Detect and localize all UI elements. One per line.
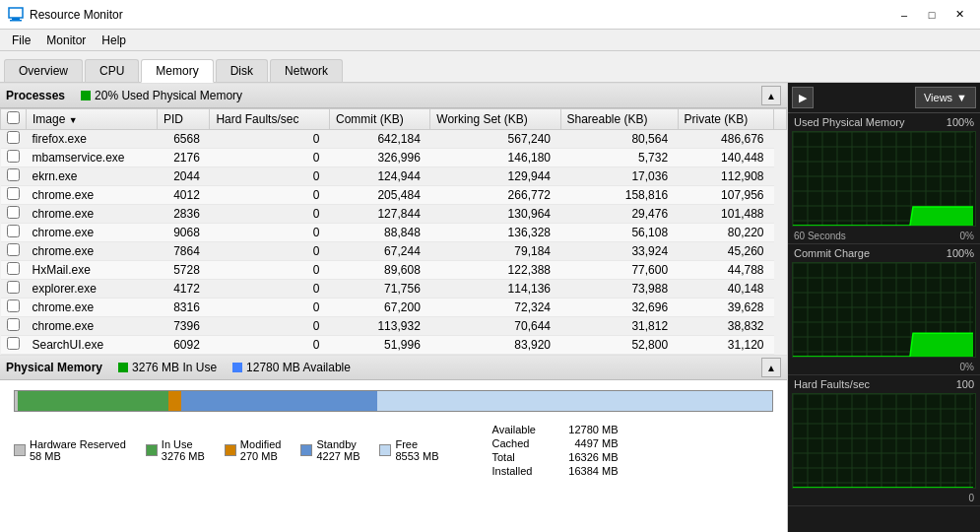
row-shareable: 52,800 — [560, 336, 678, 355]
standby-val: 4227 MB — [316, 450, 359, 462]
tab-cpu[interactable]: CPU — [85, 59, 139, 82]
legend-modified: Modified 270 MB — [225, 424, 282, 477]
col-private[interactable]: Private (KB) — [678, 109, 773, 130]
row-checkbox-cell[interactable] — [1, 280, 27, 299]
row-checkbox-cell[interactable] — [1, 130, 27, 149]
col-image[interactable]: Image ▼ — [27, 109, 158, 130]
col-commit[interactable]: Commit (KB) — [329, 109, 429, 130]
row-checkbox[interactable] — [7, 225, 20, 237]
row-checkbox-cell[interactable] — [1, 167, 27, 186]
memory-bar — [14, 390, 773, 412]
row-checkbox[interactable] — [7, 187, 20, 200]
in-use-legend-val: 3276 MB — [162, 450, 205, 462]
svg-rect-2 — [10, 20, 22, 22]
main-layout: Processes 20% Used Physical Memory ▲ Ima… — [0, 83, 980, 532]
menu-monitor[interactable]: Monitor — [38, 32, 94, 49]
row-working-set: 122,388 — [430, 261, 560, 280]
expand-button[interactable]: ▶ — [792, 87, 814, 108]
memory-in-use-info: 3276 MB In Use — [118, 361, 217, 374]
col-hard-faults[interactable]: Hard Faults/sec — [210, 109, 330, 130]
menu-help[interactable]: Help — [94, 32, 134, 49]
maximize-button[interactable]: □ — [919, 5, 945, 25]
row-checkbox[interactable] — [7, 206, 20, 219]
views-arrow-icon: ▼ — [956, 92, 967, 103]
installed-val: 16384 MB — [559, 465, 619, 477]
row-private: 101,488 — [678, 205, 773, 224]
row-checkbox-cell[interactable] — [1, 299, 27, 317]
views-button[interactable]: Views ▼ — [915, 87, 976, 108]
row-working-set: 79,184 — [430, 242, 560, 261]
row-image: chrome.exe — [27, 299, 158, 317]
row-working-set: 83,920 — [430, 336, 560, 355]
tab-disk[interactable]: Disk — [216, 59, 268, 82]
row-pid: 9068 — [157, 224, 210, 242]
row-checkbox[interactable] — [7, 131, 20, 144]
table-row: chrome.exe 9068 0 88,848 136,328 56,108 … — [1, 224, 787, 242]
titlebar: Resource Monitor – □ ✕ — [0, 0, 980, 30]
memory-collapse-button[interactable]: ▲ — [761, 358, 781, 377]
row-checkbox-cell[interactable] — [1, 336, 27, 355]
right-panel: ▶ Views ▼ Used Physical Memory 100% 60 S… — [788, 83, 980, 532]
chart2-canvas — [793, 263, 973, 357]
detail-col-labels: Available 12780 MB Cached 4497 MB Total … — [492, 424, 619, 477]
col-shareable[interactable]: Shareable (KB) — [560, 109, 678, 130]
processes-table-wrapper[interactable]: Image ▼ PID Hard Faults/sec Commit (KB) … — [0, 108, 787, 355]
select-all-checkbox[interactable] — [7, 111, 20, 124]
row-checkbox[interactable] — [7, 262, 20, 275]
tab-memory[interactable]: Memory — [141, 59, 213, 83]
row-working-set: 146,180 — [430, 149, 560, 167]
row-checkbox-cell[interactable] — [1, 186, 27, 205]
processes-usage-label: 20% Used Physical Memory — [95, 89, 242, 102]
memory-available-info: 12780 MB Available — [232, 361, 351, 374]
row-hard-faults: 0 — [210, 336, 330, 355]
row-commit: 88,848 — [329, 224, 429, 242]
available-indicator — [232, 363, 242, 372]
col-checkbox[interactable] — [1, 109, 27, 130]
in-use-legend-label: In Use — [162, 438, 205, 450]
row-private: 45,260 — [678, 242, 773, 261]
row-checkbox-cell[interactable] — [1, 261, 27, 280]
row-checkbox-cell[interactable] — [1, 224, 27, 242]
available-key: Available — [492, 424, 552, 435]
row-checkbox[interactable] — [7, 299, 20, 312]
row-checkbox-cell[interactable] — [1, 242, 27, 261]
row-checkbox[interactable] — [7, 318, 20, 331]
tab-network[interactable]: Network — [270, 59, 343, 82]
row-shareable: 80,564 — [560, 130, 678, 149]
col-working-set[interactable]: Working Set (KB) — [430, 109, 560, 130]
processes-section: Processes 20% Used Physical Memory ▲ Ima… — [0, 83, 787, 355]
row-image: chrome.exe — [27, 186, 158, 205]
hardware-reserved-label: Hardware Reserved — [30, 438, 126, 450]
row-checkbox[interactable] — [7, 168, 20, 181]
menu-file[interactable]: File — [4, 32, 38, 49]
row-checkbox[interactable] — [7, 337, 20, 350]
table-row: chrome.exe 4012 0 205,484 266,772 158,81… — [1, 186, 787, 205]
row-commit: 326,996 — [329, 149, 429, 167]
cached-key: Cached — [492, 437, 552, 449]
row-pid: 4012 — [157, 186, 210, 205]
row-checkbox-cell[interactable] — [1, 317, 27, 336]
row-checkbox[interactable] — [7, 150, 20, 163]
row-private: 112,908 — [678, 167, 773, 186]
processes-collapse-button[interactable]: ▲ — [761, 86, 781, 105]
free-val: 8553 MB — [395, 450, 438, 462]
col-pid[interactable]: PID — [157, 109, 210, 130]
tab-overview[interactable]: Overview — [4, 59, 83, 82]
row-checkbox-cell[interactable] — [1, 205, 27, 224]
close-button[interactable]: ✕ — [947, 5, 972, 25]
standby-label: Standby — [316, 438, 359, 450]
row-working-set: 130,964 — [430, 205, 560, 224]
minimize-button[interactable]: – — [891, 5, 917, 25]
chart1-bottom: 60 Seconds 0% — [788, 231, 980, 243]
in-use-box — [146, 444, 158, 456]
chart1-title: Used Physical Memory — [794, 116, 904, 128]
row-checkbox[interactable] — [7, 243, 20, 256]
legend-hardware-reserved: Hardware Reserved 58 MB — [14, 424, 126, 477]
row-image: ekrn.exe — [27, 167, 158, 186]
row-checkbox-cell[interactable] — [1, 149, 27, 167]
row-working-set: 266,772 — [430, 186, 560, 205]
row-checkbox[interactable] — [7, 281, 20, 294]
row-image: chrome.exe — [27, 224, 158, 242]
views-label: Views — [924, 92, 952, 103]
row-pid: 8316 — [157, 299, 210, 317]
